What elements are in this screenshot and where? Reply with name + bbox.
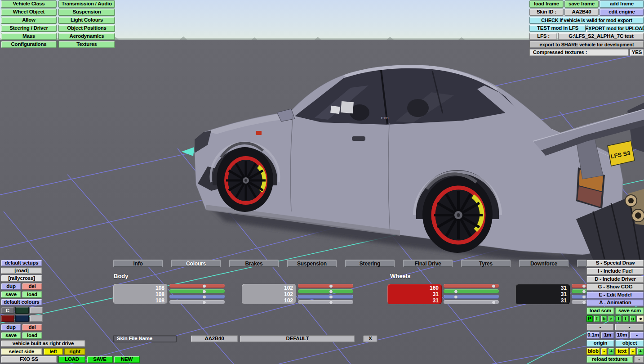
green-slider[interactable] <box>572 289 586 293</box>
tab-suspension[interactable]: Suspension <box>287 260 337 267</box>
tab-final-drive[interactable]: Final Drive <box>403 260 453 267</box>
save-vehicle-button[interactable]: SAVE <box>87 356 113 363</box>
slider-handle[interactable] <box>492 301 495 304</box>
toggle-l-button[interactable]: l <box>615 315 622 322</box>
tab-info[interactable]: Info <box>113 260 163 267</box>
menu-wheel-object[interactable]: Wheel Object <box>1 9 57 16</box>
slider-handle[interactable] <box>582 290 586 293</box>
check-valid-button[interactable]: CHECK if vehicle is valid for mod export <box>529 17 644 24</box>
slider-handle[interactable] <box>582 295 586 298</box>
slider-handle[interactable] <box>454 290 457 293</box>
setup-rallycross[interactable]: [rallycross] <box>1 275 42 282</box>
colours-load-button[interactable]: load <box>22 332 42 339</box>
setup-road[interactable]: [road] <box>1 267 42 274</box>
menu-suspension[interactable]: Suspension <box>58 9 115 16</box>
menu-configurations[interactable]: Configurations <box>1 41 57 48</box>
include-fuel-toggle[interactable]: I - Include Fuel <box>586 268 644 275</box>
colour-preset-3[interactable] <box>1 315 14 322</box>
text-minus-button[interactable]: - <box>630 348 636 355</box>
red-slider[interactable] <box>572 284 586 288</box>
skin-id-button[interactable]: AA2B40 <box>191 335 238 342</box>
slider-handle[interactable] <box>329 295 333 298</box>
blob-plus-button[interactable]: + <box>608 348 614 355</box>
toggle-f-button[interactable]: f <box>594 315 600 322</box>
setup-save-button[interactable]: save <box>1 291 21 298</box>
scale-dash-button[interactable]: - <box>630 332 644 339</box>
default-colours-header[interactable]: default colours <box>1 299 42 306</box>
skin-id-value[interactable]: AA2B40 <box>564 9 599 16</box>
slider-handle[interactable] <box>454 295 457 298</box>
brightness-slider[interactable] <box>572 300 586 304</box>
dot-toggle-button[interactable] <box>637 315 644 322</box>
toggle-u-button[interactable]: u <box>630 315 636 322</box>
red-slider[interactable] <box>298 284 353 288</box>
side-left-button[interactable]: left <box>44 348 63 355</box>
special-draw-toggle[interactable]: S - Special Draw <box>586 260 644 267</box>
skin-name-button[interactable]: DEFAULT <box>240 335 355 342</box>
blue-slider[interactable] <box>298 295 353 299</box>
slider-handle[interactable] <box>329 290 333 293</box>
scale-0-1m-button[interactable]: 0.1m <box>586 332 600 339</box>
toggle-t-button[interactable]: t <box>622 315 629 322</box>
object-button[interactable]: object <box>615 340 644 347</box>
menu-vehicle-class[interactable]: Vehicle Class <box>1 0 57 8</box>
dash-button-1[interactable]: - <box>586 324 614 331</box>
right-drive-toggle[interactable]: vehicle built as right drive <box>1 340 85 347</box>
colour-preset-5[interactable] <box>30 315 43 322</box>
setup-dup-button[interactable]: dup <box>1 283 21 290</box>
new-vehicle-button[interactable]: NEW <box>114 356 140 363</box>
scale-10m-button[interactable]: 10m <box>615 332 629 339</box>
green-slider[interactable] <box>444 289 499 293</box>
side-right-button[interactable]: right <box>64 348 85 355</box>
add-frame-button[interactable]: add frame <box>600 0 644 8</box>
blob-minus-button[interactable]: - <box>601 348 607 355</box>
slider-handle[interactable] <box>582 301 586 304</box>
default-setups-header[interactable]: default setups <box>1 260 42 266</box>
origin-button[interactable]: origin <box>586 340 614 347</box>
menu-light-colours[interactable]: Light Colours <box>58 17 115 24</box>
load-vehicle-button[interactable]: LOAD <box>58 356 85 363</box>
toggle-b-button[interactable]: b <box>601 315 607 322</box>
colours-save-button[interactable]: save <box>1 332 21 339</box>
lfs-path-button[interactable]: G:\LFS_S2_ALPHA_7C test <box>558 33 644 40</box>
save-frame-button[interactable]: save frame <box>564 0 599 8</box>
slider-handle[interactable] <box>203 290 206 293</box>
menu-aerodynamics[interactable]: Aerodynamics <box>58 33 115 40</box>
menu-allow[interactable]: Allow <box>1 17 57 24</box>
edit-engine-button[interactable]: edit engine <box>600 9 644 16</box>
show-cog-toggle[interactable]: G - Show COG <box>586 283 644 291</box>
green-slider[interactable] <box>169 289 225 293</box>
colours-dup-button[interactable]: dup <box>1 324 21 331</box>
colour-preset-4[interactable] <box>15 315 29 322</box>
red-slider[interactable] <box>169 284 225 288</box>
menu-mass[interactable]: Mass <box>1 33 57 40</box>
setup-load-button[interactable]: load <box>22 291 42 298</box>
colour-preset-current[interactable]: C <box>1 307 14 314</box>
dash-button-2[interactable]: - <box>615 324 644 331</box>
share-vehicle-button[interactable]: export to SHARE vehicle for development <box>529 41 644 48</box>
text-plus-button[interactable]: + <box>637 348 644 355</box>
colours-del-button[interactable]: del <box>22 324 42 331</box>
reload-dash-button[interactable]: - <box>634 356 644 363</box>
slider-handle[interactable] <box>329 284 333 288</box>
text-button[interactable]: text <box>615 348 629 355</box>
colour-preset-2[interactable] <box>30 307 43 314</box>
animation-button[interactable]: A - Animation <box>586 299 644 306</box>
brightness-slider[interactable] <box>298 300 353 304</box>
menu-textures[interactable]: Textures <box>58 41 115 48</box>
load-frame-button[interactable]: load frame <box>529 0 564 8</box>
test-mod-button[interactable]: TEST mod in LFS <box>529 25 586 32</box>
blue-slider[interactable] <box>572 295 586 299</box>
tab-colours[interactable]: Colours <box>171 260 221 267</box>
load-scm-button[interactable]: load scm <box>586 307 614 315</box>
reload-textures-button[interactable]: reload textures <box>586 356 633 363</box>
tab-downforce[interactable]: Downforce <box>519 260 568 267</box>
tab-steering[interactable]: Steering <box>345 260 395 267</box>
edit-model-button[interactable]: E - Edit Model <box>586 292 644 299</box>
slider-handle[interactable] <box>492 284 495 288</box>
colour-preset-1[interactable] <box>15 307 29 314</box>
toggle-p-button[interactable]: P <box>586 315 593 322</box>
red-slider[interactable] <box>444 284 499 288</box>
model-name-button[interactable]: FXO SS <box>1 356 57 363</box>
scale-1m-button[interactable]: 1m <box>601 332 614 339</box>
